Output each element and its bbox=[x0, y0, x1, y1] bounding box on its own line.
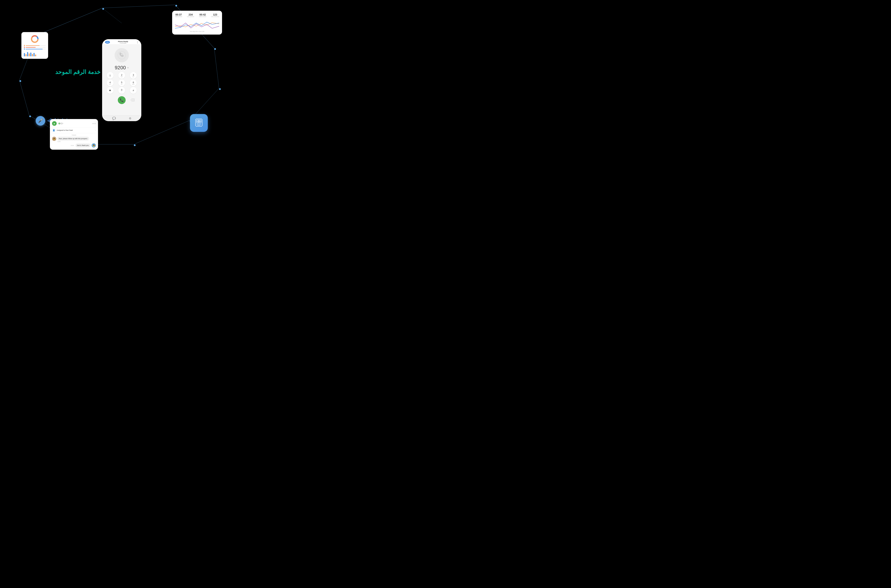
key-num-3: 3 bbox=[133, 74, 134, 76]
phone-icon-circle bbox=[115, 48, 129, 62]
bar-col-7 bbox=[33, 53, 34, 57]
analytics-date: from May 9th to June 12th bbox=[175, 31, 219, 32]
chat-avatar-sender: 👩 bbox=[52, 136, 56, 141]
dialpad-key-0[interactable]: 0 + bbox=[118, 87, 125, 94]
key-num-1: 1 bbox=[110, 74, 111, 77]
chevron-right-icon: › bbox=[95, 129, 96, 131]
wave-bar-1 bbox=[47, 120, 48, 121]
bar-col-3 bbox=[27, 52, 28, 56]
assigned-row[interactable]: 👤 Assigned to Ravi Patel › bbox=[52, 127, 96, 133]
chat-bubble-received: Ravi, please follow up with this prospec… bbox=[57, 136, 89, 141]
app-icon-line2 bbox=[197, 125, 201, 126]
dot-red bbox=[24, 46, 25, 48]
wave-bar-3 bbox=[49, 120, 50, 122]
dialpad-key-hash[interactable]: # bbox=[130, 87, 136, 94]
phone-number-display: 9200 × bbox=[115, 65, 129, 70]
stat-item-callbacks2: 123 CALLBACKS bbox=[211, 13, 219, 17]
mic-button[interactable]: 🎤 bbox=[36, 116, 45, 126]
ai-wave-5 bbox=[200, 120, 200, 122]
ai-wave-1 bbox=[197, 121, 197, 122]
bar-chart-mini bbox=[24, 51, 46, 56]
stat-value-callbacks2: 123 bbox=[211, 13, 219, 16]
stat-label-callbacks2: CALLBACKS bbox=[211, 16, 219, 17]
phone-ready-icon bbox=[105, 41, 110, 44]
bar-fill-1 bbox=[26, 45, 39, 46]
stat-label-callback1: CALLBACK bbox=[187, 16, 194, 17]
audio-player: ▶ 00:33 bbox=[52, 121, 96, 126]
bar-2 bbox=[26, 47, 46, 48]
phone-menu-button[interactable]: ⋮ bbox=[136, 41, 138, 44]
app-icon-line bbox=[196, 124, 201, 124]
bar-col-6 bbox=[32, 54, 33, 57]
svg-line-3 bbox=[20, 80, 29, 116]
dialpad-key-2[interactable]: 2 ABC bbox=[118, 72, 125, 79]
clear-number-button[interactable]: × bbox=[127, 66, 129, 69]
arabic-text: خدمة الرقم الموحد bbox=[55, 69, 100, 75]
app-icon-inner bbox=[195, 118, 202, 126]
bar-col-5 bbox=[30, 52, 32, 56]
audio-time: 00:33 bbox=[92, 123, 96, 124]
stat-item-inbounds1: 00:37 INBOUNDS bbox=[175, 13, 182, 17]
chat-icon[interactable]: 💬 bbox=[112, 117, 116, 120]
dialpad-key-3[interactable]: 3 DEF bbox=[130, 72, 136, 79]
bar-fill-3 bbox=[26, 49, 43, 50]
svg-line-6 bbox=[134, 120, 190, 144]
wave-bar-2 bbox=[48, 120, 48, 122]
report-line-1 bbox=[24, 45, 46, 46]
dialpad-key-4[interactable]: 4 GHI bbox=[107, 80, 114, 86]
assigned-left: 👤 Assigned to Ravi Patel bbox=[52, 129, 73, 132]
chat-time-received: 12:45 bbox=[57, 141, 89, 142]
dialpad-key-1[interactable]: 1 bbox=[107, 72, 114, 79]
bar-1 bbox=[26, 45, 46, 46]
svg-line-8 bbox=[214, 48, 219, 88]
key-num-0: 0 bbox=[121, 88, 122, 91]
chat-card: ▶ 00:33 👤 Assigned to Ravi Patel › TODAY… bbox=[50, 119, 98, 150]
stat-value-inbounds2: 00:42 bbox=[199, 13, 206, 16]
svg-line-12 bbox=[36, 8, 102, 35]
stat-label-inbounds1: INBOUNDS bbox=[175, 16, 182, 17]
app-icon-phone-frame bbox=[196, 120, 201, 123]
dialpad-key-5[interactable]: 5 JKL bbox=[118, 80, 125, 86]
svg-line-0 bbox=[102, 5, 175, 8]
chat-avatar-ravi: 👦 bbox=[92, 143, 96, 147]
key-num-4: 4 bbox=[110, 81, 111, 84]
phone-mockup: Phone Ready Counterpath ⋮ 9200 × 1 bbox=[102, 39, 141, 121]
person-icon: 👤 bbox=[52, 129, 56, 132]
report-line-2 bbox=[24, 46, 46, 48]
analytics-stats: 00:37 INBOUNDS 234 CALLBACK 00:42 INBOUN… bbox=[175, 13, 219, 17]
key-num-hash: # bbox=[133, 89, 134, 92]
dialpad-key-star[interactable]: ✱ bbox=[107, 87, 114, 94]
report-lines bbox=[24, 45, 46, 50]
chat-time-sent: 13:04 bbox=[70, 145, 74, 146]
settings-icon[interactable]: ⚙ bbox=[129, 117, 131, 120]
dialpad-key-6[interactable]: 6 MNO bbox=[130, 80, 136, 86]
bar-col-4 bbox=[29, 54, 30, 57]
key-letters-5: JKL bbox=[121, 84, 123, 85]
network-dot bbox=[102, 8, 104, 10]
ai-wave-7 bbox=[201, 121, 201, 122]
key-num-5: 5 bbox=[121, 81, 122, 84]
call-button[interactable]: 📞 bbox=[118, 96, 126, 104]
report-line-3 bbox=[24, 48, 46, 50]
phone-bottom-bar: 💬 ⚙ bbox=[102, 116, 141, 121]
stat-value-callback1: 234 bbox=[187, 13, 194, 16]
voice-analytics-app-icon[interactable] bbox=[190, 114, 208, 132]
network-dot bbox=[176, 5, 177, 7]
key-num-6: 6 bbox=[133, 81, 134, 84]
phone-subtitle: Counterpath bbox=[110, 42, 136, 44]
bar-col-1 bbox=[24, 53, 25, 56]
svg-line-10 bbox=[102, 8, 122, 23]
ai-wave-4 bbox=[199, 120, 199, 123]
analytics-card: 00:37 INBOUNDS 234 CALLBACK 00:42 INBOUN… bbox=[172, 11, 222, 34]
key-letters-2: ABC bbox=[121, 76, 123, 77]
assigned-text: Assigned to Ravi Patel bbox=[57, 129, 73, 131]
mic-icon: 🎤 bbox=[38, 118, 43, 123]
key-letters-4: GHI bbox=[109, 84, 111, 85]
delete-key[interactable] bbox=[129, 97, 136, 104]
call-icon: 📞 bbox=[120, 98, 124, 102]
ai-wave-3 bbox=[198, 120, 198, 122]
key-letters-3: DEF bbox=[132, 76, 135, 77]
play-button[interactable]: ▶ bbox=[52, 121, 57, 126]
chat-message-received: 👩 Ravi, please follow up with this prosp… bbox=[52, 136, 96, 142]
donut-chart bbox=[30, 34, 39, 44]
